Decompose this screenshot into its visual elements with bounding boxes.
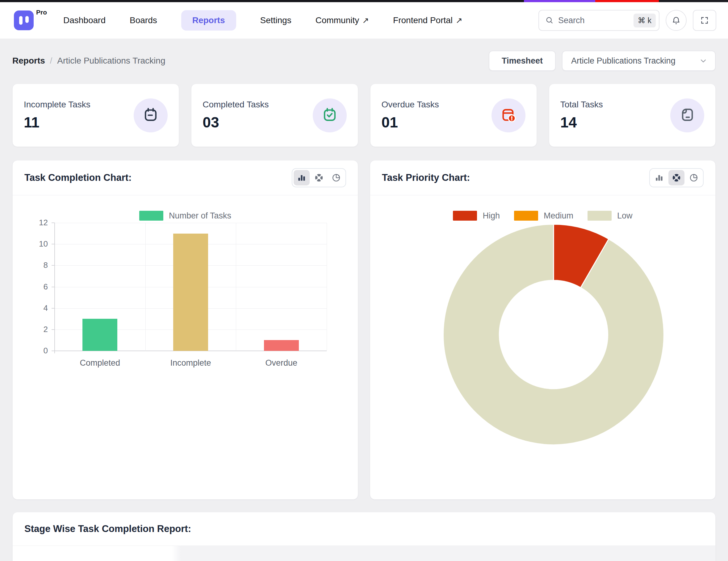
stats-row: Incomplete Tasks 11 Completed Tasks 03 O… <box>12 84 716 147</box>
breadcrumb-current: Article Publications Tracking <box>57 56 165 66</box>
stat-icon-circle <box>670 98 704 132</box>
breadcrumb-root[interactable]: Reports <box>12 56 45 66</box>
toolbar-actions: Timesheet Article Publications Tracking <box>489 51 716 71</box>
stat-label: Incomplete Tasks <box>24 100 90 110</box>
gridline-y-12 <box>55 223 327 223</box>
task-priority-header: Task Priority Chart: <box>370 161 715 195</box>
chart-type-toggle-group <box>292 168 346 187</box>
bar-chart-legend: Number of Tasks <box>13 211 358 221</box>
project-select-value: Article Publications Tracking <box>571 56 676 66</box>
browser-chrome <box>0 0 524 2</box>
browser-chrome <box>659 0 728 2</box>
search-input[interactable] <box>558 16 634 25</box>
x-label-incomplete: Incomplete <box>144 358 237 368</box>
bar-overdue[interactable] <box>264 340 299 351</box>
stage-report-body <box>13 546 715 561</box>
gridline-x-1 <box>145 223 146 351</box>
toggle-bar-chart-icon[interactable] <box>651 170 667 186</box>
navbar-right: ⌘ k <box>538 10 716 31</box>
stat-value: 01 <box>382 114 439 131</box>
fullscreen-icon <box>700 16 709 25</box>
stat-texts: Completed Tasks 03 <box>203 100 269 131</box>
stat-card-incomplete-tasks: Incomplete Tasks 11 <box>12 84 179 147</box>
nav-item-community[interactable]: Community↗ <box>316 15 369 25</box>
donut-chart-area: High Medium Low <box>370 195 715 499</box>
stat-card-total-tasks: Total Tasks 14 <box>549 84 716 147</box>
main-nav: DashboardBoardsReportsSettingsCommunity↗… <box>63 10 462 31</box>
y-tick-label-12: 12 <box>26 218 48 228</box>
nav-item-frontend-portal[interactable]: Frontend Portal↗ <box>393 15 462 25</box>
nav-item-label: Frontend Portal <box>393 15 453 25</box>
nav-item-settings[interactable]: Settings <box>260 15 291 25</box>
navbar: Pro DashboardBoardsReportsSettingsCommun… <box>0 2 728 39</box>
loading-bar-purple <box>524 0 595 2</box>
timesheet-button[interactable]: Timesheet <box>489 51 556 71</box>
task-completion-header: Task Completion Chart: <box>13 161 358 195</box>
bar-incomplete[interactable] <box>173 234 208 351</box>
toggle-bar-chart-icon[interactable] <box>294 170 310 186</box>
gridline-x-3 <box>327 223 327 351</box>
y-tick-label-2: 2 <box>26 324 48 334</box>
stage-report-header: Stage Wise Task Completion Report: <box>13 512 715 546</box>
app-logo[interactable]: Pro <box>14 10 50 30</box>
stat-card-overdue-tasks: Overdue Tasks 01 <box>370 84 537 147</box>
y-tick-label-10: 10 <box>26 239 48 249</box>
stat-value: 11 <box>24 114 90 131</box>
stat-value: 14 <box>560 114 603 131</box>
stat-texts: Overdue Tasks 01 <box>382 100 439 131</box>
loading-bar-red <box>595 0 659 2</box>
y-tick-label-6: 6 <box>26 282 48 291</box>
stat-label: Total Tasks <box>560 100 603 110</box>
stat-texts: Incomplete Tasks 11 <box>24 100 90 131</box>
nav-item-label: Community <box>316 15 359 25</box>
stat-icon-circle <box>492 98 525 132</box>
search-icon <box>545 16 554 25</box>
x-label-completed: Completed <box>54 358 146 368</box>
legend-item[interactable]: Number of Tasks <box>139 211 231 221</box>
breadcrumb-separator: / <box>50 56 52 66</box>
browser-top-strip <box>0 0 728 2</box>
legend-label: Number of Tasks <box>169 211 231 221</box>
stage-report-card: Stage Wise Task Completion Report: <box>12 512 716 561</box>
nav-item-label: Dashboard <box>63 15 106 25</box>
x-label-overdue: Overdue <box>235 358 328 368</box>
calendar-alert-icon <box>500 106 517 125</box>
stat-label: Completed Tasks <box>203 100 269 110</box>
external-link-icon: ↗ <box>456 16 462 25</box>
toggle-pie-chart-icon[interactable] <box>686 170 702 186</box>
donut-slice-low[interactable] <box>443 224 664 445</box>
nav-item-label: Boards <box>130 15 157 25</box>
calendar-minus-icon <box>142 106 159 125</box>
stat-icon-circle <box>134 98 168 132</box>
external-link-icon: ↗ <box>362 16 369 25</box>
search-box[interactable]: ⌘ k <box>538 10 659 31</box>
file-note-icon <box>679 106 696 125</box>
project-select[interactable]: Article Publications Tracking <box>562 51 716 71</box>
chevron-down-icon <box>699 57 708 65</box>
gridline-x-2 <box>236 223 236 351</box>
stat-value: 03 <box>203 114 269 131</box>
calendar-check-icon <box>321 106 338 125</box>
bar-completed[interactable] <box>82 319 117 351</box>
nav-item-dashboard[interactable]: Dashboard <box>63 15 106 25</box>
toggle-pie-chart-icon[interactable] <box>328 170 344 186</box>
toggle-donut-chart-icon[interactable] <box>311 170 327 186</box>
nav-item-label: Settings <box>260 15 291 25</box>
stat-texts: Total Tasks 14 <box>560 100 603 131</box>
nav-item-boards[interactable]: Boards <box>130 15 157 25</box>
fullscreen-button[interactable] <box>693 10 716 31</box>
logo-icon <box>14 10 34 30</box>
task-priority-card: Task Priority Chart: High Medium Low <box>370 160 716 500</box>
task-completion-card: Task Completion Chart: Number of Tasks 0… <box>12 160 358 500</box>
breadcrumb: Reports / Article Publications Tracking <box>12 56 165 66</box>
breadcrumb-row: Reports / Article Publications Tracking … <box>12 50 716 71</box>
chart-type-toggle-group <box>649 168 704 187</box>
notifications-button[interactable] <box>666 10 687 31</box>
nav-item-reports[interactable]: Reports <box>181 10 236 31</box>
legend-swatch <box>139 211 163 221</box>
toggle-donut-chart-icon[interactable] <box>668 170 684 186</box>
task-completion-title: Task Completion Chart: <box>24 172 132 183</box>
task-priority-title: Task Priority Chart: <box>382 172 470 183</box>
charts-row: Task Completion Chart: Number of Tasks 0… <box>12 160 716 500</box>
bell-icon <box>672 16 681 25</box>
